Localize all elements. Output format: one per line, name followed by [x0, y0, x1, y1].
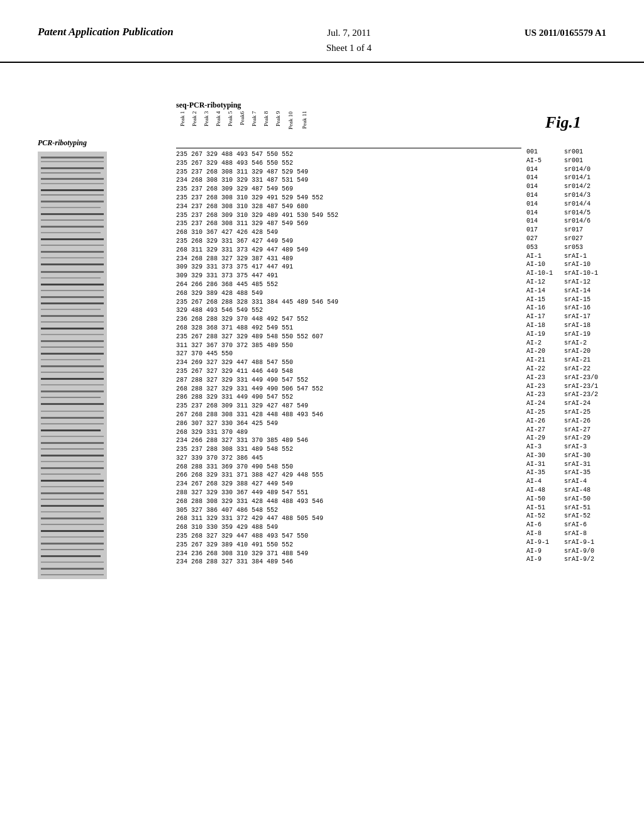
svg-rect-8 [41, 194, 104, 196]
sr-label: srAI-16 [564, 304, 606, 313]
svg-rect-22 [41, 284, 104, 285]
id-label: 014 [526, 217, 559, 226]
svg-rect-28 [41, 321, 104, 323]
id-label: AI-10 [526, 260, 559, 269]
data-rows: 235 267 329 488 493 547 550 552235 267 3… [173, 150, 521, 567]
data-row: 305 327 386 407 486 548 552 [176, 506, 521, 515]
svg-rect-39 [41, 390, 104, 392]
svg-rect-65 [41, 555, 101, 557]
data-row: 287 288 327 329 331 449 490 547 552 [176, 376, 521, 385]
id-label: AI-1 [526, 252, 559, 261]
svg-rect-17 [41, 251, 104, 253]
peak6-header: Peak6 [236, 111, 248, 146]
peak4-header: Peak 4 [212, 111, 224, 146]
svg-rect-66 [41, 562, 104, 563]
id-label: 053 [526, 243, 559, 252]
svg-rect-37 [41, 378, 104, 380]
svg-rect-38 [41, 384, 104, 385]
id-label: AI-20 [526, 347, 559, 356]
peak3-header: Peak 3 [200, 111, 212, 146]
data-row: 311 327 367 370 372 385 489 550 [176, 341, 521, 350]
id-label: AI-29 [526, 434, 559, 443]
patent-application-label: Patent Application Publication [38, 26, 174, 38]
id-label: AI-23 [526, 390, 559, 399]
id-label: AI-30 [526, 451, 559, 460]
svg-rect-59 [41, 517, 104, 519]
sr-label: srAI-15 [564, 296, 606, 304]
sr-label: sr014/5 [564, 209, 606, 218]
svg-rect-42 [41, 411, 104, 412]
id-label: 014 [526, 209, 559, 218]
id-label: AI-23 [526, 382, 559, 391]
sr-label: srAI-23/1 [564, 382, 606, 391]
data-row: 235 237 268 309 311 329 427 487 549 [176, 402, 521, 411]
svg-rect-23 [41, 290, 104, 291]
data-row: 235 267 327 329 411 446 449 548 [176, 367, 521, 376]
id-label: AI-31 [526, 460, 559, 469]
svg-rect-24 [41, 296, 104, 298]
id-label: AI-12 [526, 278, 559, 287]
id-label: AI-50 [526, 495, 559, 504]
peak7-header: Peak 7 [248, 111, 260, 146]
svg-rect-55 [41, 492, 104, 494]
data-row: 235 267 268 288 328 331 384 445 489 546 … [176, 298, 521, 307]
data-row: 234 269 327 329 447 488 547 550 [176, 358, 521, 367]
sr-label: srAI-52 [564, 512, 606, 521]
data-row: 286 307 327 330 364 425 549 [176, 419, 521, 428]
sr-label: sr014/4 [564, 200, 606, 209]
svg-rect-67 [41, 568, 104, 570]
id-label: AI-4 [526, 477, 559, 486]
svg-rect-9 [41, 201, 104, 202]
data-row: 234 268 288 327 329 387 431 489 [176, 255, 521, 263]
svg-rect-50 [41, 461, 104, 462]
id-label: AI-27 [526, 426, 559, 434]
sr-label: srAI-27 [564, 426, 606, 434]
data-row: 235 237 268 308 310 329 491 529 549 552 [176, 194, 521, 202]
sr-label: srAI-6 [564, 521, 606, 529]
svg-rect-27 [41, 315, 104, 317]
data-row: 309 329 331 373 375 417 447 491 [176, 263, 521, 272]
svg-rect-10 [41, 207, 101, 208]
svg-rect-11 [41, 213, 104, 215]
sr-label: srAI-22 [564, 365, 606, 374]
svg-rect-26 [41, 309, 101, 310]
data-row: 235 267 329 488 493 546 550 552 [176, 159, 521, 168]
id-label: AI-52 [526, 512, 559, 521]
id-label: AI-6 [526, 521, 559, 529]
id-label: AI-24 [526, 399, 559, 408]
svg-rect-49 [41, 455, 104, 456]
svg-rect-14 [41, 232, 101, 233]
id-label: AI-5 [526, 157, 559, 165]
id-label: AI-16 [526, 304, 559, 313]
id-label: AI-17 [526, 313, 559, 321]
data-row: 234 268 308 310 329 331 487 531 549 [176, 176, 521, 185]
sr-label: sr053 [564, 243, 606, 252]
svg-rect-62 [41, 536, 104, 538]
header: Patent Application Publication Jul. 7, 2… [0, 0, 644, 63]
data-row: 268 310 330 359 429 488 549 [176, 523, 521, 532]
svg-rect-61 [41, 530, 104, 532]
svg-rect-54 [41, 486, 104, 487]
header-date: Jul. 7, 2011 [326, 25, 372, 40]
id-labels: 001AI-5014014014014014014014017027053AI-… [521, 148, 559, 564]
data-row: 235 237 288 308 331 489 548 552 [176, 445, 521, 454]
sr-label: srAI-9-1 [564, 538, 606, 547]
svg-rect-43 [41, 417, 104, 419]
svg-rect-18 [41, 257, 104, 258]
seq-pcr-label: seq-PCR-ribotyping [173, 101, 521, 110]
id-label: AI-9-1 [526, 538, 559, 547]
svg-rect-25 [41, 302, 104, 304]
sr-label: srAI-9/0 [564, 547, 606, 556]
page: Patent Application Publication Jul. 7, 2… [0, 0, 644, 830]
svg-rect-2 [41, 161, 104, 162]
sr-label: srAI-1 [564, 252, 606, 261]
data-row: 235 237 268 309 310 329 489 491 530 549 … [176, 211, 521, 220]
sr-label: srAI-21 [564, 356, 606, 365]
sr-label: sr017 [564, 226, 606, 235]
data-row: 329 488 493 546 549 552 [176, 306, 521, 315]
sr-label: sr014/0 [564, 165, 606, 174]
data-row: 235 267 329 488 493 547 550 552 [176, 150, 521, 159]
svg-rect-46 [41, 436, 104, 437]
id-label: AI-22 [526, 365, 559, 374]
peak8-header: Peak 8 [260, 111, 272, 146]
